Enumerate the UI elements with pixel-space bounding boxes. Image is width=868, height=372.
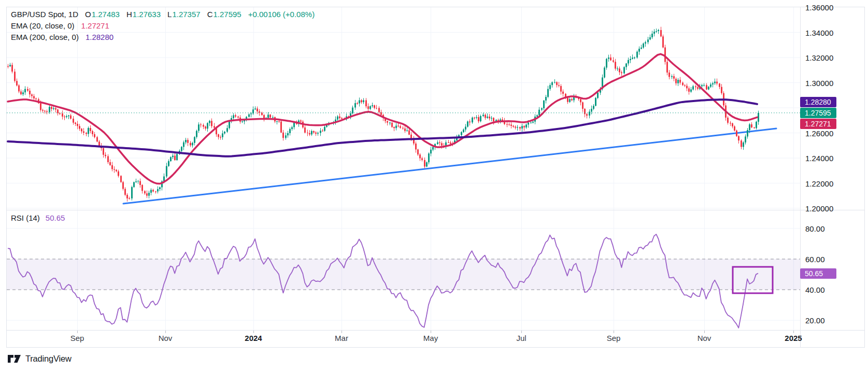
time-tick-label: Nov	[159, 334, 173, 342]
rsi-label: RSI (14)	[11, 213, 40, 222]
time-tick-label: Sep	[70, 334, 84, 342]
ema20-label: EMA (20, close, 0)	[11, 20, 75, 32]
ema200-label: EMA (200, close, 0)	[11, 32, 79, 43]
rsi-tick-label: 60.00	[805, 255, 825, 264]
price-badge: 1.28280	[800, 97, 836, 107]
change-value: +0.00106 (+0.08%)	[248, 9, 315, 20]
price-tick-label: 1.30000	[805, 78, 833, 87]
time-tick-label: May	[423, 334, 438, 342]
rsi-badge: 50.65	[800, 268, 836, 279]
ema200-legend-row[interactable]: EMA (200, close, 0) 1.28280	[11, 32, 315, 43]
chart-canvas[interactable]	[7, 7, 864, 347]
ohlc-close: C1.27595	[207, 9, 241, 20]
tradingview-attribution[interactable]: TradingView	[7, 354, 72, 364]
time-tick-label: Sep	[607, 334, 621, 342]
time-axis[interactable]: SepNov2024MarMayJulSepNov2025	[7, 330, 800, 347]
rsi-legend-row[interactable]: RSI (14) 50.65	[11, 213, 65, 222]
symbol-row[interactable]: GBP/USD Spot, 1D O1.27483 H1.27633 L1.27…	[11, 9, 315, 20]
price-tick-label: 1.32000	[805, 53, 833, 62]
time-tick-label: 2024	[245, 334, 262, 342]
price-tick-label: 1.22000	[805, 179, 833, 188]
ema20-line[interactable]	[8, 54, 757, 183]
ema20-legend-row[interactable]: EMA (20, close, 0) 1.27271	[11, 20, 315, 32]
tradingview-logo-icon	[7, 354, 21, 363]
ohlc-open: O1.27483	[85, 9, 120, 20]
price-tick-label: 1.26000	[805, 128, 833, 137]
ema200-value: 1.28280	[86, 32, 113, 43]
price-badge: 1.27595	[800, 108, 836, 118]
ema20-value: 1.27271	[81, 20, 109, 32]
symbol-title: GBP/USD Spot, 1D	[11, 9, 78, 20]
time-tick-label: Nov	[698, 334, 712, 342]
time-tick-label: Jul	[516, 334, 526, 342]
trendline[interactable]	[123, 128, 776, 204]
time-tick-label: Mar	[335, 334, 348, 342]
rsi-tick-label: 80.00	[805, 224, 825, 233]
price-badge: 1.27271	[800, 119, 836, 129]
ohlc-low: L1.27357	[167, 9, 201, 20]
price-axis[interactable]: 1.360001.340001.320001.300001.260001.240…	[800, 7, 864, 347]
price-tick-label: 1.34000	[805, 28, 833, 37]
price-tick-label: 1.20000	[805, 204, 833, 213]
symbol-legend: GBP/USD Spot, 1D O1.27483 H1.27633 L1.27…	[11, 9, 315, 43]
ohlc-high: H1.27633	[126, 9, 161, 20]
ema200-line[interactable]	[8, 99, 757, 156]
rsi-value: 50.65	[46, 213, 65, 222]
rsi-tick-label: 20.00	[805, 316, 825, 325]
price-tick-label: 1.36000	[805, 3, 833, 12]
time-tick-label: 2025	[785, 334, 802, 342]
tradingview-chart-widget: GBP/USD Spot, 1D O1.27483 H1.27633 L1.27…	[6, 7, 865, 348]
price-tick-label: 1.24000	[805, 154, 833, 163]
brand-name: TradingView	[25, 354, 72, 364]
rsi-tick-label: 40.00	[805, 285, 825, 294]
